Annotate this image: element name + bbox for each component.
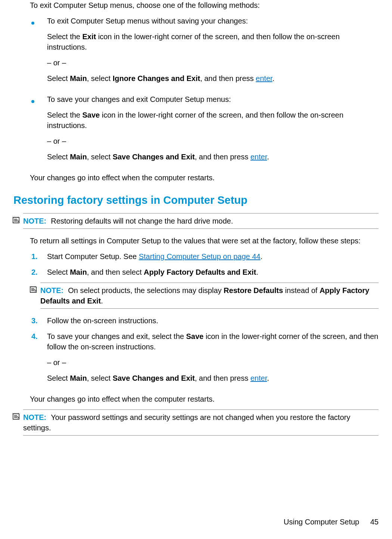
- step-item: 2. Select Main, and then select Apply Fa…: [30, 267, 379, 277]
- or-separator: – or –: [47, 136, 379, 146]
- bullet-item: To save your changes and exit Computer S…: [30, 94, 379, 167]
- note-box: NOTE:Your password settings and security…: [23, 409, 379, 436]
- page-content: To exit Computer Setup menus, choose one…: [0, 0, 392, 436]
- step-content: To save your changes and exit, select th…: [47, 331, 379, 389]
- bullet-icon: [30, 16, 47, 89]
- note-text: Restoring defaults will not change the h…: [51, 217, 233, 225]
- step-number: 2.: [30, 267, 47, 277]
- bullet-para: Select Main, select Ignore Changes and E…: [47, 73, 379, 84]
- page-footer: Using Computer Setup 45: [284, 517, 379, 527]
- bullet-para: Select Main, select Save Changes and Exi…: [47, 152, 379, 162]
- bullet-icon: [30, 94, 47, 167]
- bullet-content: To exit Computer Setup menus without sav…: [47, 16, 379, 89]
- footer-title: Using Computer Setup: [284, 518, 359, 526]
- note-label: NOTE:: [40, 286, 63, 295]
- note-box: NOTE:Restoring defaults will not change …: [23, 213, 379, 229]
- or-separator: – or –: [47, 357, 379, 368]
- cross-reference-link[interactable]: Starting Computer Setup on page 44: [139, 252, 261, 261]
- bullet-para: Select the Save icon in the lower-right …: [47, 110, 379, 131]
- return-paragraph: To return all settings in Computer Setup…: [30, 236, 379, 246]
- note-text: Your password settings and security sett…: [23, 413, 350, 432]
- bullet-content: To save your changes and exit Computer S…: [47, 94, 379, 167]
- bullet-lead: To save your changes and exit Computer S…: [47, 94, 379, 105]
- note-icon: [12, 216, 20, 224]
- bullet-lead: To exit Computer Setup menus without sav…: [47, 16, 379, 26]
- step-number: 1.: [30, 251, 47, 262]
- step-number: 4.: [30, 331, 47, 389]
- bullet-item: To exit Computer Setup menus without sav…: [30, 16, 379, 89]
- step-content: Follow the on-screen instructions.: [47, 315, 379, 326]
- section-heading: Restoring factory settings in Computer S…: [13, 193, 379, 208]
- bullet-para: Select the Exit icon in the lower-right …: [47, 31, 379, 52]
- note-box: NOTE:On select products, the selections …: [40, 283, 379, 309]
- page-number: 45: [370, 518, 379, 526]
- step-item: 4. To save your changes and exit, select…: [30, 331, 379, 389]
- note-label: NOTE:: [23, 413, 46, 421]
- note-icon: [12, 412, 20, 420]
- closing-paragraph: Your changes go into effect when the com…: [30, 172, 379, 183]
- step-content: Select Main, and then select Apply Facto…: [47, 267, 379, 277]
- intro-paragraph: To exit Computer Setup menus, choose one…: [30, 0, 379, 10]
- note-icon: [29, 285, 37, 293]
- step-content: Start Computer Setup. See Starting Compu…: [47, 251, 379, 262]
- step-item: 1. Start Computer Setup. See Starting Co…: [30, 251, 379, 262]
- step-number: 3.: [30, 315, 47, 326]
- step-item: 3. Follow the on-screen instructions.: [30, 315, 379, 326]
- note-label: NOTE:: [23, 217, 46, 225]
- closing-paragraph: Your changes go into effect when the com…: [30, 394, 379, 404]
- or-separator: – or –: [47, 57, 379, 68]
